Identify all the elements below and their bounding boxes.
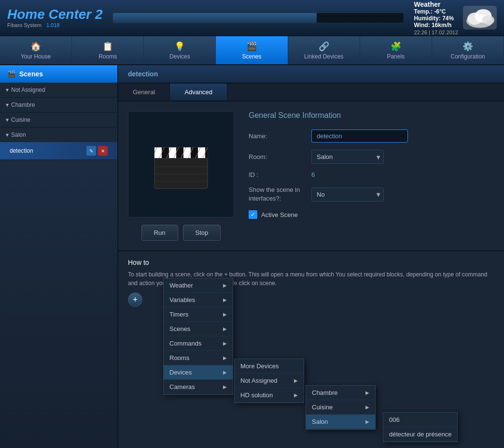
- sidebar-group-chambre-header[interactable]: ▾ Chambre: [0, 98, 117, 112]
- rooms-arrow-icon: ▶: [223, 355, 227, 361]
- dropdown-devices[interactable]: Devices ▶: [164, 365, 233, 380]
- active-scene-row: Active Scene: [249, 210, 494, 219]
- dropdown-variables[interactable]: Variables ▶: [164, 293, 233, 307]
- not-assigned-arrow-icon: ▶: [294, 378, 298, 383]
- cameras-arrow-icon: ▶: [223, 384, 227, 390]
- nav-scenes[interactable]: 🎬 Scenes: [216, 36, 288, 64]
- id-value: 6: [311, 171, 315, 178]
- devices-sub-menu: More Devices Not Assigned ▶ HD solution …: [234, 359, 304, 403]
- app-subtitle: Fibaro System 1.018: [7, 22, 103, 28]
- scene-info: General Scene Information Name: Room: Sa…: [249, 111, 494, 241]
- devices-arrow-icon: ▶: [223, 370, 227, 375]
- edit-scene-button[interactable]: ✎: [86, 146, 96, 156]
- weather-info: Weather Temp.: -6°C Humidity: 74% Wind: …: [414, 0, 458, 35]
- sidebar-header: 🎬 Scenes: [0, 65, 117, 83]
- nav-devices[interactable]: 💡 Devices: [144, 36, 216, 64]
- sidebar-item-detection-label: detection: [10, 147, 33, 154]
- dropdown-container: Weather ▶ Variables ▶ Timers ▶ Scenes ▶ …: [163, 278, 233, 395]
- dropdown-commands[interactable]: Commands ▶: [164, 336, 233, 351]
- submenu-006[interactable]: 006: [383, 413, 457, 427]
- sidebar-group-salon-header[interactable]: ▾ Salon: [0, 128, 117, 142]
- salon-devices-sub-menu: 006 détecteur de présence: [383, 412, 458, 442]
- scene-info-title: General Scene Information: [249, 111, 494, 120]
- weather-area: Weather Temp.: -6°C Humidity: 74% Wind: …: [414, 0, 497, 35]
- chevron-down-icon-2: ▾: [6, 101, 9, 108]
- svg-rect-5: [154, 157, 208, 188]
- nav-panels-label: Panels: [387, 53, 405, 60]
- dropdown-weather[interactable]: Weather ▶: [164, 278, 233, 293]
- sidebar: 🎬 Scenes ▾ Not Assigned ▾ Chambre ▾ Cuis…: [0, 65, 118, 448]
- sidebar-group-salon-label: Salon: [11, 131, 26, 138]
- room-select-wrap: Salon Chambre Cuisine ▼: [311, 150, 384, 164]
- svg-rect-14: [176, 147, 183, 158]
- weather-temp: Temp.: -6°C: [414, 8, 458, 15]
- stop-button[interactable]: Stop: [183, 225, 221, 241]
- svg-rect-12: [162, 147, 169, 158]
- nav-rooms-label: Rooms: [98, 53, 117, 60]
- sidebar-title: Scenes: [19, 70, 43, 78]
- dropdown-rooms[interactable]: Rooms ▶: [164, 351, 233, 365]
- nav-panels[interactable]: 🧩 Panels: [360, 36, 432, 64]
- weather-title: Weather: [414, 0, 458, 8]
- progress-bar-wrap: [112, 13, 405, 23]
- nav-rooms[interactable]: 📋 Rooms: [72, 36, 144, 64]
- submenu-not-assigned[interactable]: Not Assigned ▶: [235, 374, 304, 388]
- tab-general[interactable]: General: [118, 84, 170, 101]
- submenu-hd-solution[interactable]: HD solution ▶: [235, 388, 304, 403]
- scenes-arrow-icon: ▶: [223, 326, 227, 332]
- sidebar-group-not-assigned-header[interactable]: ▾ Not Assigned: [0, 83, 117, 97]
- run-button[interactable]: Run: [141, 225, 178, 241]
- svg-rect-15: [183, 147, 191, 158]
- sidebar-group-not-assigned-label: Not Assigned: [11, 87, 45, 93]
- dropdown-scenes[interactable]: Scenes ▶: [164, 322, 233, 336]
- active-scene-label: Active Scene: [261, 211, 298, 218]
- content-header: detection: [118, 65, 504, 84]
- sidebar-group-salon: ▾ Salon detection ✎ ✕: [0, 128, 117, 160]
- dropdown-timers[interactable]: Timers ▶: [164, 307, 233, 322]
- room-select[interactable]: Salon Chambre Cuisine: [311, 150, 384, 164]
- sidebar-group-chambre: ▾ Chambre: [0, 98, 117, 113]
- form-row-id: ID : 6: [249, 171, 494, 178]
- hd-solution-arrow-icon: ▶: [294, 392, 298, 398]
- sidebar-group-cuisine-label: Cuisine: [11, 116, 30, 123]
- svg-point-4: [482, 15, 494, 25]
- nav-your-house-label: Your House: [21, 53, 51, 60]
- nav-linked-devices[interactable]: 🔗 Linked Devices: [288, 36, 360, 64]
- tab-advanced[interactable]: Advanced: [170, 84, 227, 101]
- weather-cloud-icon: [463, 6, 497, 30]
- sidebar-group-cuisine-header[interactable]: ▾ Cuisine: [0, 113, 117, 127]
- id-label: ID :: [249, 171, 307, 178]
- nav-scenes-label: Scenes: [242, 53, 261, 60]
- dropdown-cameras[interactable]: Cameras ▶: [164, 380, 233, 394]
- devices-icon: 💡: [174, 41, 185, 52]
- name-input[interactable]: [311, 130, 408, 143]
- scene-preview: Run Stop: [128, 111, 234, 241]
- submenu-more-devices[interactable]: More Devices: [235, 359, 304, 374]
- logo-area: Home Center 2 Fibaro System 1.018: [7, 7, 103, 28]
- nav-configuration[interactable]: ⚙️ Configuration: [432, 36, 504, 64]
- active-scene-checkbox[interactable]: [249, 210, 257, 219]
- chevron-down-icon-3: ▾: [6, 116, 9, 123]
- sidebar-group-cuisine: ▾ Cuisine: [0, 113, 117, 128]
- linked-devices-icon: 🔗: [319, 41, 329, 52]
- sidebar-item-detection[interactable]: detection ✎ ✕: [0, 142, 117, 159]
- delete-scene-button[interactable]: ✕: [98, 146, 108, 156]
- header: Home Center 2 Fibaro System 1.018 Weathe…: [0, 0, 504, 36]
- timers-arrow-icon: ▶: [223, 312, 227, 317]
- room-label: Room:: [249, 153, 307, 160]
- weather-wind: Wind: 16km/h: [414, 22, 458, 29]
- submenu-detecteur[interactable]: détecteur de présence: [383, 427, 457, 442]
- show-select[interactable]: No Yes: [311, 188, 384, 202]
- nav-your-house[interactable]: 🏠 Your House: [0, 36, 72, 64]
- submenu-salon[interactable]: Salon ▶: [306, 415, 375, 429]
- how-to-title: How to: [128, 259, 494, 266]
- submenu-cuisine[interactable]: Cuisine ▶: [306, 400, 375, 415]
- app-title: Home Center 2: [7, 7, 103, 22]
- show-interfaces-label: Show the scene in interfaces?:: [249, 186, 307, 203]
- commands-arrow-icon: ▶: [223, 341, 227, 346]
- scene-image-box: [128, 111, 234, 217]
- nav-linked-devices-label: Linked Devices: [304, 53, 343, 60]
- add-block-button[interactable]: +: [128, 292, 142, 307]
- submenu-chambre[interactable]: Chambre ▶: [306, 386, 375, 400]
- chevron-down-icon-4: ▾: [6, 131, 9, 138]
